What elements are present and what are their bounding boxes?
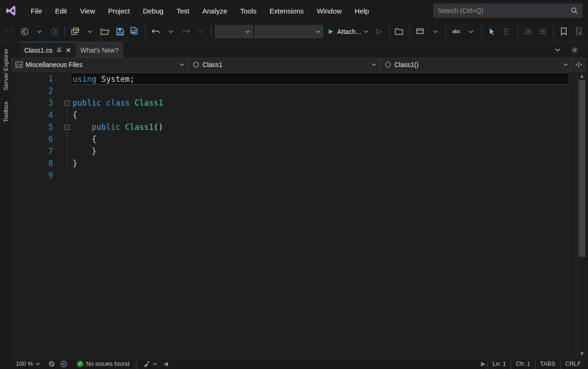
comment-button[interactable]: [521, 25, 534, 38]
undo-dropdown[interactable]: [164, 25, 177, 38]
indent-indicator[interactable]: TABS: [535, 358, 560, 369]
fold-toggle[interactable]: −: [65, 125, 70, 130]
fold-cell: [62, 145, 72, 157]
settings-gear-icon[interactable]: [568, 43, 581, 56]
redo-button[interactable]: [179, 25, 192, 38]
svg-rect-9: [417, 29, 423, 34]
fold-cell: [62, 133, 72, 145]
side-tabs: Server Explorer Toolbox: [0, 42, 11, 369]
menu-window[interactable]: Window: [310, 4, 348, 18]
browser-link-button[interactable]: [414, 25, 427, 38]
tab-class1[interactable]: Class1.cs ✕: [20, 42, 76, 58]
fold-cell: [62, 157, 72, 169]
menu-view[interactable]: View: [74, 4, 101, 18]
attach-button[interactable]: Attach...: [325, 25, 370, 38]
start-without-debug-button[interactable]: [372, 25, 385, 38]
fold-toggle[interactable]: −: [65, 101, 70, 106]
zoom-level[interactable]: 100 %: [11, 358, 44, 369]
svg-text:C#: C#: [16, 63, 22, 67]
menu-project[interactable]: Project: [101, 4, 136, 18]
scroll-up-icon[interactable]: ▲: [579, 73, 585, 79]
bookmark-button[interactable]: [557, 25, 570, 38]
save-all-button[interactable]: [128, 25, 142, 38]
code-line[interactable]: using System;: [72, 73, 569, 85]
nav-forward-button[interactable]: [48, 25, 61, 38]
error-lens-icon[interactable]: [49, 360, 57, 368]
redo-dropdown[interactable]: [194, 25, 207, 38]
svg-line-1: [575, 12, 577, 13]
menu-help[interactable]: Help: [348, 4, 376, 18]
tab-overflow-dropdown[interactable]: [551, 43, 564, 56]
navbar-member[interactable]: Class1(): [380, 58, 572, 72]
side-tab-server-explorer[interactable]: Server Explorer: [1, 46, 10, 93]
spellcheck-button[interactable]: abc: [450, 25, 463, 38]
solution-platform-dropdown[interactable]: [255, 25, 323, 38]
new-project-button[interactable]: [69, 25, 82, 38]
code-line[interactable]: [72, 85, 569, 97]
tab-whats-new[interactable]: What's New?: [76, 42, 123, 58]
code-line[interactable]: public Class1(): [72, 121, 569, 133]
line-indicator[interactable]: Ln: 1: [487, 358, 511, 369]
undo-button[interactable]: [149, 25, 162, 38]
menu-analyze[interactable]: Analyze: [196, 4, 234, 18]
csharp-icon: C#: [15, 61, 23, 68]
navbar-type-label: Class1: [203, 61, 223, 68]
navbar-scope[interactable]: C# Miscellaneous Files: [11, 58, 188, 72]
svg-point-29: [148, 361, 149, 363]
close-icon[interactable]: ✕: [66, 47, 71, 53]
nav-back-button[interactable]: [18, 25, 31, 38]
find-in-files-button[interactable]: [393, 25, 406, 38]
menu-edit[interactable]: Edit: [48, 4, 74, 18]
search-box[interactable]: Search (Ctrl+Q): [433, 4, 582, 18]
screwdriver-icon[interactable]: [138, 358, 162, 369]
svg-line-26: [50, 362, 54, 366]
code-line[interactable]: {: [72, 109, 569, 121]
scroll-thumb[interactable]: [579, 80, 585, 257]
code-content[interactable]: using System;public class Class1{ public…: [72, 72, 569, 358]
side-tab-toolbox[interactable]: Toolbox: [1, 99, 10, 125]
cursor-icon[interactable]: [486, 25, 499, 38]
menu-extensions[interactable]: Extensions: [263, 4, 310, 18]
save-button[interactable]: [114, 25, 127, 38]
health-indicator-icon[interactable]: [60, 360, 68, 368]
solution-configuration-dropdown[interactable]: [215, 25, 253, 38]
menu-bar: FileEditViewProjectDebugTestAnalyzeTools…: [0, 0, 588, 21]
menu-file[interactable]: File: [24, 4, 48, 18]
bookmark-clear-button[interactable]: [572, 25, 585, 38]
uncomment-button[interactable]: [536, 25, 549, 38]
menu-tools[interactable]: Tools: [234, 4, 263, 18]
code-line[interactable]: public class Class1: [72, 97, 569, 109]
format-button[interactable]: [500, 25, 514, 38]
menu-test[interactable]: Test: [170, 4, 196, 18]
line-number: 7: [11, 145, 62, 157]
menu-debug[interactable]: Debug: [136, 4, 170, 18]
scroll-down-icon[interactable]: ▼: [579, 350, 585, 357]
eol-indicator[interactable]: CRLF: [560, 358, 586, 369]
scroll-right-icon[interactable]: ▶: [479, 360, 487, 367]
browser-link-dropdown[interactable]: [429, 25, 442, 38]
line-number: 5: [11, 121, 62, 133]
nav-back-dropdown[interactable]: [33, 25, 46, 38]
split-editor-button[interactable]: [572, 58, 586, 72]
line-number: 6: [11, 133, 62, 145]
svg-rect-4: [72, 30, 76, 34]
code-line[interactable]: {: [72, 133, 569, 145]
spellcheck-dropdown[interactable]: [465, 25, 478, 38]
new-project-dropdown[interactable]: [84, 25, 97, 38]
char-indicator[interactable]: Ch: 1: [511, 358, 535, 369]
code-line[interactable]: [72, 169, 569, 181]
vertical-scrollbar[interactable]: ▲ ▼: [577, 72, 586, 358]
svg-point-21: [574, 49, 576, 51]
issues-indicator[interactable]: ✓ No issues found: [72, 358, 134, 369]
svg-rect-7: [119, 29, 121, 31]
horizontal-scrollbar[interactable]: ◀ ▶: [162, 358, 487, 369]
code-editor[interactable]: 123456789 −− using System;public class C…: [11, 72, 586, 358]
open-file-button[interactable]: [99, 25, 112, 38]
scroll-left-icon[interactable]: ◀: [162, 360, 170, 367]
toolbar: ⋮⋮ Attach... abc: [0, 21, 588, 42]
code-line[interactable]: }: [72, 145, 569, 157]
pin-icon[interactable]: [56, 47, 62, 53]
navbar-type[interactable]: Class1: [188, 58, 380, 72]
code-line[interactable]: }: [72, 157, 569, 169]
navbar-member-label: Class1(): [394, 61, 419, 68]
